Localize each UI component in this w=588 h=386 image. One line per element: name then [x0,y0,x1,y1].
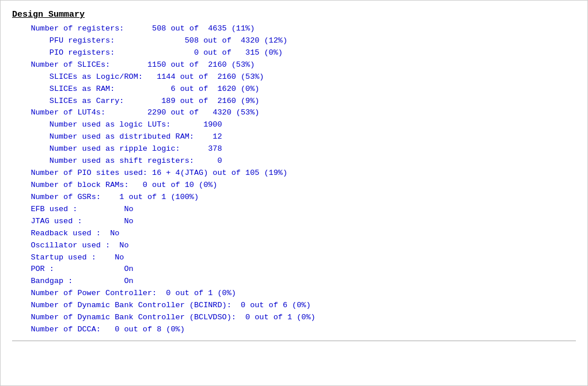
line-item: Number used as distributed RAM: 12 [12,131,576,143]
line-item: Number of Dynamic Bank Controller (BCLVD… [12,312,576,324]
line-item: Number of GSRs: 1 out of 1 (100%) [12,192,576,204]
page-title: Design Summary [12,10,576,20]
line-item: Number used as logic LUTs: 1900 [12,119,576,131]
line-item: Number of Power Controller: 0 out of 1 (… [12,288,576,300]
line-item: JTAG used : No [12,216,576,228]
main-container: Design Summary Number of registers: 508 … [0,0,588,386]
line-item: SLICEs as RAM: 6 out of 1620 (0%) [12,83,576,95]
line-item: Number of Dynamic Bank Controller (BCINR… [12,300,576,312]
line-item: Number of DCCA: 0 out of 8 (0%) [12,324,576,336]
line-item: Number used as shift registers: 0 [12,155,576,167]
line-item: Number of block RAMs: 0 out of 10 (0%) [12,179,576,192]
line-item: Number of LUT4s: 2290 out of 4320 (53%) [12,107,576,119]
line-item: Number used as ripple logic: 378 [12,143,576,155]
line-item: SLICEs as Logic/ROM: 1144 out of 2160 (5… [12,71,576,83]
content-area: Number of registers: 508 out of 4635 (11… [12,23,576,336]
bottom-divider [12,341,576,341]
line-item: Number of SLICEs: 1150 out of 2160 (53%) [12,59,576,71]
line-item: PIO registers: 0 out of 315 (0%) [12,47,576,59]
line-item: Number of PIO sites used: 16 + 4(JTAG) o… [12,167,576,179]
line-item: Number of registers: 508 out of 4635 (11… [12,23,576,35]
line-item: Startup used : No [12,252,576,264]
line-item: Bandgap : On [12,276,576,288]
line-item: Readback used : No [12,228,576,240]
line-item: SLICEs as Carry: 189 out of 2160 (9%) [12,95,576,108]
line-item: Oscillator used : No [12,240,576,252]
line-item: EFB used : No [12,204,576,216]
line-item: POR : On [12,263,576,276]
line-item: PFU registers: 508 out of 4320 (12%) [12,35,576,47]
